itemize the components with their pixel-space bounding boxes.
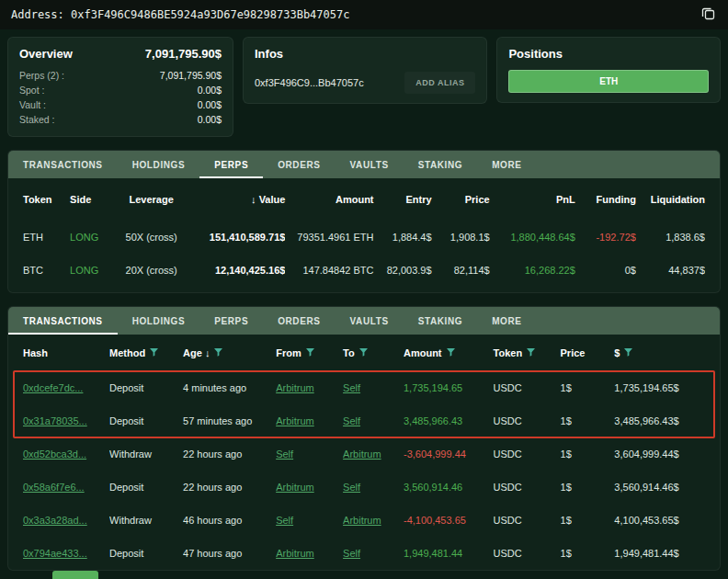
price-cell: 1,908.1$ <box>438 232 490 243</box>
tab-vaults[interactable]: VAULTS <box>336 307 404 335</box>
column-header-funding: Funding <box>597 194 636 205</box>
pnl-cell: 16,268.22$ <box>495 265 575 276</box>
column-header-from[interactable]: From <box>276 347 337 358</box>
age-cell: 46 hours ago <box>183 515 270 526</box>
overview-title: Overview <box>19 47 73 61</box>
partial-button[interactable] <box>52 571 98 579</box>
column-label: From <box>276 347 301 358</box>
position-eth-button[interactable]: ETH <box>508 70 709 93</box>
transactions-table: HashMethodAge ↓FromToAmountTokenPrice$ 0… <box>8 335 720 570</box>
age-cell: 47 hours ago <box>183 548 270 559</box>
to-link[interactable]: Arbitrum <box>343 448 398 460</box>
amount-cell: 79351.4961 ETH <box>290 232 373 243</box>
tab-holdings[interactable]: HOLDINGS <box>118 151 200 178</box>
tab-more[interactable]: MORE <box>477 151 536 178</box>
column-label: Method <box>109 347 145 358</box>
to-link[interactable]: Self <box>343 482 398 493</box>
usd-cell: 3,485,966.43$ <box>614 415 705 426</box>
stat-label: Perps (2) : <box>19 68 64 83</box>
column-header-to[interactable]: To <box>343 347 398 358</box>
tab-staking[interactable]: STAKING <box>404 151 477 178</box>
transaction-row: 0xdcefe7dc...Deposit4 minutes agoArbitru… <box>8 371 720 404</box>
column-label: Amount <box>404 347 442 358</box>
tab-transactions[interactable]: TRANSACTIONS <box>8 151 118 178</box>
method-cell: Deposit <box>109 382 177 393</box>
from-link[interactable]: Arbitrum <box>276 482 337 493</box>
hash-link[interactable]: 0x794ae433... <box>23 548 104 559</box>
stat-label: Vault : <box>19 97 46 112</box>
to-link[interactable]: Self <box>343 382 398 393</box>
stat-label: Spot : <box>19 83 44 97</box>
token-cell: USDC <box>494 382 555 393</box>
to-link[interactable]: Arbitrum <box>343 515 398 526</box>
column-label: Token <box>494 347 523 358</box>
column-header-value[interactable]: ↓ Value <box>251 194 285 205</box>
column-header-side: Side <box>70 194 111 205</box>
perps-row: ETHLONG50X (cross)151,410,589.71$79351.4… <box>8 221 720 254</box>
tab-orders[interactable]: ORDERS <box>263 151 335 178</box>
transactions-tab-bar: TRANSACTIONSHOLDINGSPERPSORDERSVAULTSSTA… <box>8 307 720 335</box>
wallet-address: Address: 0xf3F496C9486BE5924a93D67e98298… <box>11 8 349 21</box>
tab-perps[interactable]: PERPS <box>199 151 263 178</box>
tab-vaults[interactable]: VAULTS <box>336 151 404 178</box>
funding-cell: -192.72$ <box>581 232 636 243</box>
filter-icon[interactable] <box>150 347 158 358</box>
price-cell: 1$ <box>561 482 609 493</box>
add-alias-button[interactable]: ADD ALIAS <box>404 72 475 94</box>
column-header-age[interactable]: Age ↓ <box>183 347 270 358</box>
from-link[interactable]: Arbitrum <box>276 415 337 426</box>
filter-icon[interactable] <box>306 347 314 358</box>
filter-icon[interactable] <box>359 347 368 358</box>
copy-icon <box>701 6 715 23</box>
copy-address-button[interactable] <box>700 5 717 25</box>
from-link[interactable]: Arbitrum <box>276 548 337 559</box>
tab-transactions[interactable]: TRANSACTIONS <box>8 307 118 335</box>
column-header-amount: Amount <box>336 194 374 205</box>
column-header-liquidation: Liquidation <box>651 194 705 205</box>
stat-value: 0.00$ <box>198 83 222 97</box>
token-cell: USDC <box>494 448 555 460</box>
tab-perps[interactable]: PERPS <box>199 307 263 335</box>
filter-icon[interactable] <box>527 347 535 358</box>
hash-link[interactable]: 0xd52bca3d... <box>23 448 104 460</box>
hash-link[interactable]: 0x3a3a28ad... <box>23 515 104 526</box>
side-cell: LONG <box>70 232 111 243</box>
positions-title: Positions <box>508 47 709 61</box>
from-link[interactable]: Arbitrum <box>276 382 337 393</box>
method-cell: Withdraw <box>109 448 177 460</box>
from-link[interactable]: Self <box>276 515 337 526</box>
filter-icon[interactable] <box>447 347 455 358</box>
tab-orders[interactable]: ORDERS <box>263 307 335 335</box>
column-header-entry: Entry <box>405 194 431 205</box>
perps-table-body: ETHLONG50X (cross)151,410,589.71$79351.4… <box>8 221 720 287</box>
tab-staking[interactable]: STAKING <box>404 307 477 335</box>
tab-holdings[interactable]: HOLDINGS <box>118 307 200 335</box>
to-link[interactable]: Self <box>343 415 398 426</box>
price-cell: 82,114$ <box>438 265 490 276</box>
column-label: $ <box>614 347 620 358</box>
hash-link[interactable]: 0x58a6f7e6... <box>23 482 104 493</box>
from-link[interactable]: Self <box>276 448 337 460</box>
transaction-row: 0x58a6f7e6...Deposit22 hours agoArbitrum… <box>8 471 720 504</box>
amount-cell: 3,560,914.46 <box>404 482 488 493</box>
column-header-amount[interactable]: Amount <box>404 347 488 358</box>
summary-cards: Overview 7,091,795.90$ Perps (2) : 7,091… <box>0 29 728 144</box>
column-header-col[interactable]: $ <box>614 347 705 358</box>
filter-icon[interactable] <box>624 347 632 358</box>
column-header-pnl: PnL <box>556 194 575 205</box>
age-cell: 4 minutes ago <box>183 382 270 393</box>
overview-total: 7,091,795.90$ <box>145 47 222 61</box>
tab-more[interactable]: MORE <box>477 307 536 335</box>
token-cell: BTC <box>23 265 64 276</box>
to-link[interactable]: Self <box>343 548 398 559</box>
hash-link[interactable]: 0x31a78035... <box>23 415 104 426</box>
price-cell: 1$ <box>561 415 609 426</box>
column-header-token[interactable]: Token <box>494 347 555 358</box>
stat-value: 0.00$ <box>198 97 222 112</box>
overview-stat-perps: Perps (2) : 7,091,795.90$ <box>19 68 222 83</box>
column-header-method[interactable]: Method <box>109 347 177 358</box>
hash-link[interactable]: 0xdcefe7dc... <box>23 382 104 393</box>
price-cell: 1$ <box>561 448 609 460</box>
usd-cell: 3,604,999.44$ <box>614 448 705 460</box>
filter-icon[interactable] <box>214 347 222 358</box>
